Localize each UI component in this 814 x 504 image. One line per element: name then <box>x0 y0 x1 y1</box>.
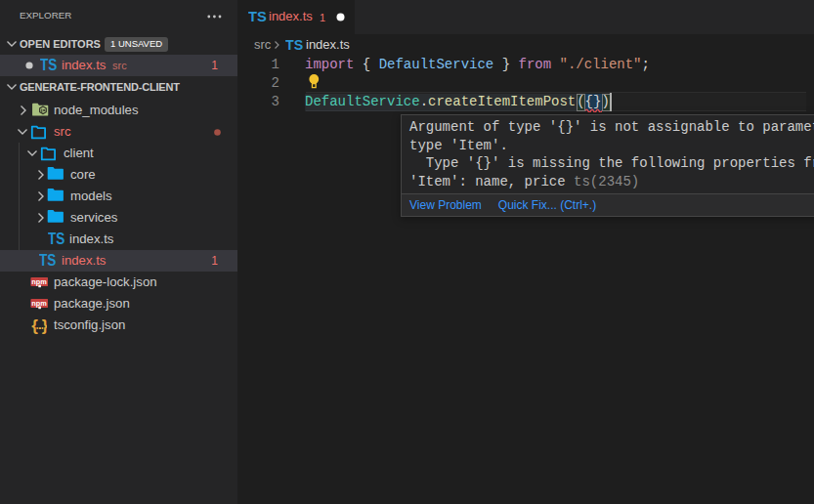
svg-text:}: } <box>42 317 47 334</box>
svg-text:{: { <box>31 317 38 334</box>
